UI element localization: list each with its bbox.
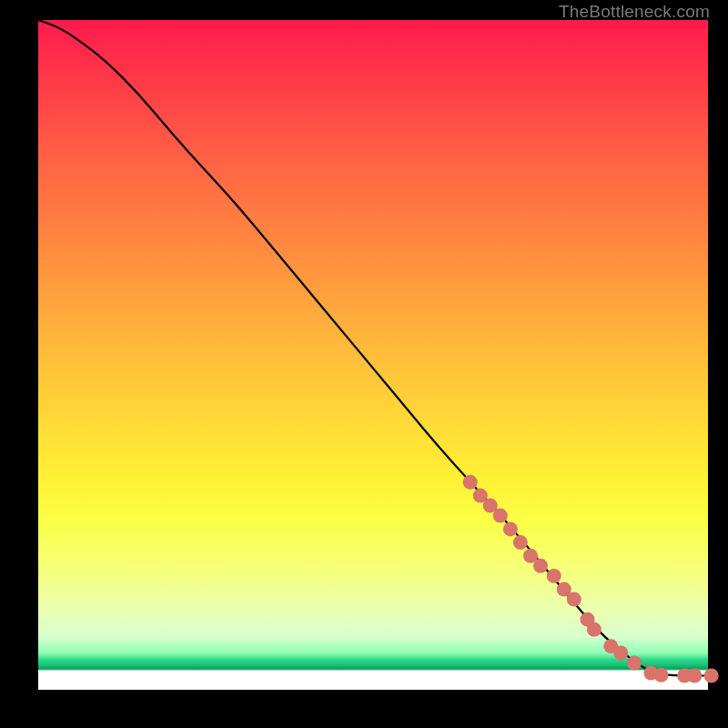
data-marker	[613, 646, 628, 661]
marker-group	[463, 475, 719, 683]
data-marker	[513, 535, 528, 550]
data-marker	[587, 622, 602, 637]
data-marker	[654, 668, 669, 682]
data-marker	[567, 592, 581, 607]
chart-stage: TheBottleneck.com	[0, 0, 728, 728]
data-marker	[547, 569, 561, 583]
data-marker	[493, 509, 508, 523]
curve-svg	[38, 20, 708, 690]
data-marker	[463, 475, 478, 490]
data-marker	[503, 521, 518, 536]
data-marker	[627, 656, 642, 671]
plot-area	[38, 20, 708, 690]
main-curve	[38, 20, 708, 676]
data-marker	[687, 669, 702, 683]
data-marker	[704, 669, 719, 683]
data-marker	[533, 559, 548, 573]
attribution-label: TheBottleneck.com	[559, 2, 710, 22]
